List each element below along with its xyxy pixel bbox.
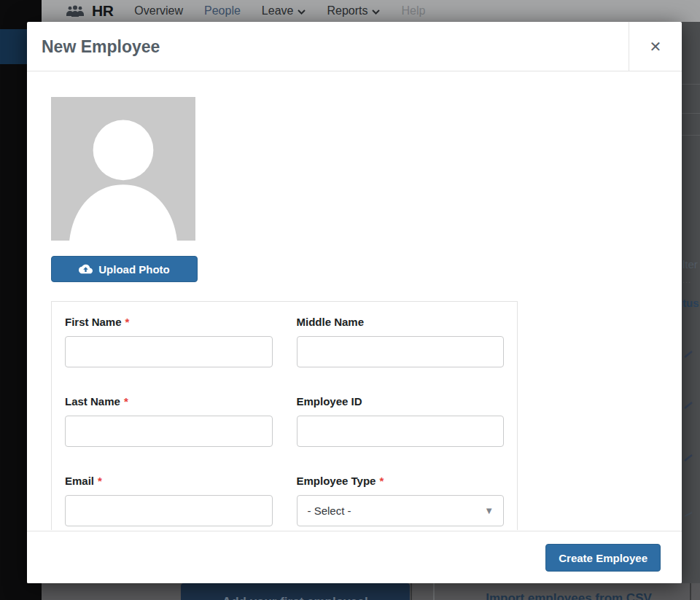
field-label: Employee Type* (297, 475, 505, 487)
nav-item-help[interactable]: Help (401, 4, 425, 17)
field-employee-type: Employee Type* - Select - ▼ (297, 475, 505, 526)
upload-photo-button[interactable]: Upload Photo (51, 256, 198, 282)
add-first-employee-button[interactable]: Add your first employee! (181, 583, 410, 600)
dots-fragment: ... (682, 276, 691, 284)
nav-item-reports[interactable]: Reports (327, 4, 380, 17)
background-table-edge: lter ... tus (682, 22, 700, 583)
chevron-down-icon (372, 4, 380, 17)
modal-body: Upload Photo First Name* Middle Name Las… (27, 71, 682, 530)
email-input[interactable] (65, 495, 273, 526)
new-employee-modal: New Employee ✕ Upload Photo First Name* (27, 22, 682, 583)
filter-label-fragment: lter (682, 258, 698, 270)
field-label: Employee ID (297, 395, 505, 408)
divider (690, 583, 691, 600)
employee-type-select[interactable]: - Select - ▼ (297, 495, 505, 526)
chevron-icon (683, 509, 693, 522)
cloud-upload-icon (79, 264, 93, 274)
create-employee-button[interactable]: Create Employee (545, 544, 661, 572)
nav-item-leave[interactable]: Leave (262, 4, 306, 17)
last-name-input[interactable] (65, 416, 273, 447)
brand-logo: HR (92, 2, 113, 20)
field-label: Middle Name (297, 316, 505, 328)
divider (682, 113, 700, 114)
background-bottom-strip: Add your first employee! Import employee… (42, 583, 700, 600)
person-silhouette-icon (51, 97, 195, 241)
employee-id-input[interactable] (297, 416, 505, 447)
field-label: Email* (65, 475, 273, 487)
field-last-name: Last Name* (65, 395, 273, 447)
close-icon: ✕ (650, 38, 662, 55)
chevron-down-icon: ▼ (484, 505, 494, 516)
middle-name-input[interactable] (297, 336, 505, 367)
required-marker: * (124, 395, 128, 408)
divider (433, 583, 435, 600)
divider (682, 135, 700, 136)
field-middle-name: Middle Name (297, 316, 505, 367)
divider (682, 84, 700, 85)
required-marker: * (125, 316, 130, 328)
people-group-icon (66, 5, 85, 17)
top-nav: HR Overview People Leave Reports Help (42, 0, 700, 22)
required-marker: * (98, 475, 102, 487)
first-name-input[interactable] (65, 336, 273, 367)
chevron-icon (683, 452, 693, 465)
chevron-icon (683, 400, 693, 413)
nav-item-people[interactable]: People (204, 4, 241, 17)
chevron-icon (683, 348, 693, 362)
modal-footer: Create Employee (27, 531, 682, 583)
status-label-fragment: tus (682, 297, 699, 309)
field-label: First Name* (65, 316, 273, 328)
close-button[interactable]: ✕ (629, 22, 682, 71)
field-first-name: First Name* (65, 316, 273, 367)
field-email: Email* (65, 475, 273, 526)
avatar-placeholder (51, 97, 195, 241)
required-marker: * (379, 475, 384, 487)
divider (411, 583, 412, 600)
modal-header: New Employee ✕ (27, 22, 682, 71)
import-csv-button[interactable]: Import employees from CSV (452, 591, 685, 600)
field-label: Last Name* (65, 395, 273, 408)
field-employee-id: Employee ID (297, 395, 505, 447)
chevron-down-icon (298, 4, 306, 17)
select-value: - Select - (308, 504, 351, 517)
employee-form: First Name* Middle Name Last Name* Emplo… (51, 301, 518, 530)
modal-title: New Employee (42, 36, 160, 56)
nav-item-overview[interactable]: Overview (134, 4, 183, 17)
